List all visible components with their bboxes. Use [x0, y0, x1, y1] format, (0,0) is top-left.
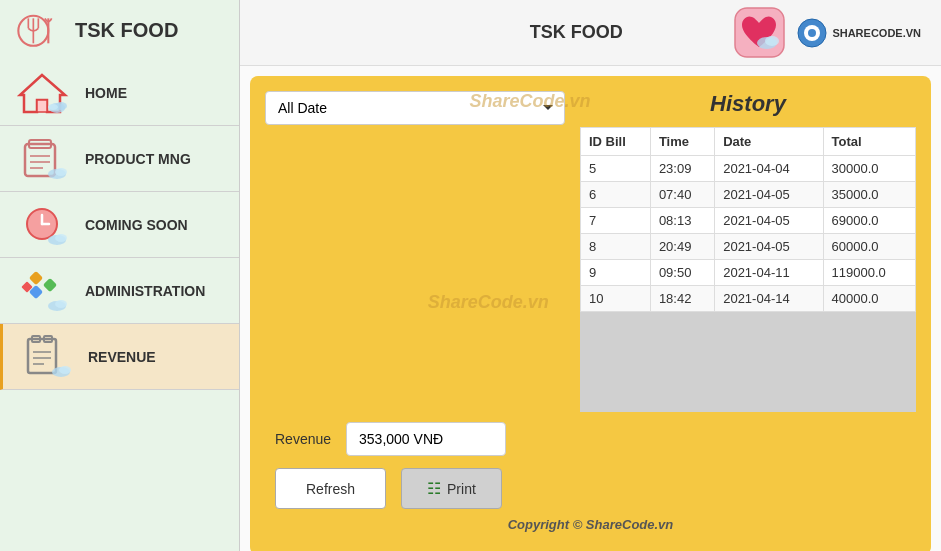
cell-date: 2021-04-05	[715, 234, 823, 260]
sidebar-item-home-label: HOME	[85, 85, 127, 101]
header: TSK FOOD SHARECODE.VN	[240, 0, 941, 66]
print-button[interactable]: ☷ Print	[401, 468, 502, 509]
history-table-area: History ID Bill Time Date Total 523:0920…	[580, 91, 916, 412]
svg-point-35	[59, 366, 71, 374]
header-title: TSK FOOD	[420, 22, 732, 43]
svg-point-38	[765, 36, 779, 46]
watermark2: ShareCode.vn	[428, 292, 549, 313]
table-row: 909:502021-04-11119000.0	[581, 260, 916, 286]
main-area: TSK FOOD SHARECODE.VN	[240, 0, 941, 551]
history-table: ID Bill Time Date Total 523:092021-04-04…	[580, 127, 916, 312]
content-left-panel: All Date Today This Week This Month Shar…	[265, 91, 565, 412]
cell-total: 119000.0	[823, 260, 915, 286]
cell-date: 2021-04-05	[715, 208, 823, 234]
app-title: TSK FOOD	[75, 19, 178, 42]
revenue-row: Revenue	[265, 422, 916, 456]
cell-id: 7	[581, 208, 651, 234]
print-label: Print	[447, 481, 476, 497]
cell-time: 23:09	[650, 156, 714, 182]
date-filter-dropdown[interactable]: All Date Today This Week This Month	[265, 91, 565, 125]
svg-rect-28	[28, 339, 56, 373]
cell-id: 8	[581, 234, 651, 260]
svg-point-21	[55, 234, 67, 242]
sidebar-item-coming-soon-label: COMING SOON	[85, 217, 188, 233]
history-label: History	[580, 91, 916, 117]
col-date: Date	[715, 128, 823, 156]
cell-time: 18:42	[650, 286, 714, 312]
table-row: 523:092021-04-0430000.0	[581, 156, 916, 182]
table-row: 820:492021-04-0560000.0	[581, 234, 916, 260]
sidebar: TSK FOOD HOME	[0, 0, 240, 551]
svg-point-9	[48, 104, 58, 110]
cell-id: 5	[581, 156, 651, 182]
sidebar-item-revenue-label: REVENUE	[88, 349, 156, 365]
cell-time: 07:40	[650, 182, 714, 208]
sidebar-item-revenue[interactable]: REVENUE	[0, 324, 239, 390]
svg-point-16	[55, 168, 67, 176]
revenue-input[interactable]	[346, 422, 506, 456]
footer: Copyright © ShareCode.vn	[265, 509, 916, 540]
sidebar-item-coming-soon[interactable]: COMING SOON	[0, 192, 239, 258]
cell-id: 9	[581, 260, 651, 286]
cell-id: 10	[581, 286, 651, 312]
cell-date: 2021-04-05	[715, 182, 823, 208]
cell-id: 6	[581, 182, 651, 208]
sidebar-item-product-mng[interactable]: PRODUCT MNG	[0, 126, 239, 192]
sidebar-item-product-mng-label: PRODUCT MNG	[85, 151, 191, 167]
food-logo-icon	[15, 10, 65, 50]
col-id-bill: ID Bill	[581, 128, 651, 156]
content-top: All Date Today This Week This Month Shar…	[265, 91, 916, 412]
sidebar-item-administration-label: ADMINISTRATION	[85, 283, 205, 299]
svg-rect-6	[37, 100, 47, 112]
cell-total: 60000.0	[823, 234, 915, 260]
cell-time: 08:13	[650, 208, 714, 234]
sharecode-logo: SHARECODE.VN	[797, 18, 921, 48]
administration-icon	[15, 268, 70, 313]
sidebar-header: TSK FOOD	[0, 0, 239, 60]
cell-total: 40000.0	[823, 286, 915, 312]
sidebar-item-home[interactable]: HOME	[0, 60, 239, 126]
cell-date: 2021-04-04	[715, 156, 823, 182]
svg-rect-22	[29, 271, 43, 285]
sharecode-label: SHARECODE.VN	[832, 27, 921, 39]
svg-rect-24	[43, 278, 57, 292]
cell-date: 2021-04-11	[715, 260, 823, 286]
heart-icon	[732, 5, 787, 60]
cell-time: 20:49	[650, 234, 714, 260]
content-area: ShareCode.vn All Date Today This Week Th…	[250, 76, 931, 551]
cell-total: 69000.0	[823, 208, 915, 234]
col-time: Time	[650, 128, 714, 156]
svg-point-41	[808, 29, 816, 37]
col-total: Total	[823, 128, 915, 156]
table-row: 708:132021-04-0569000.0	[581, 208, 916, 234]
buttons-row: Refresh ☷ Print	[265, 468, 916, 509]
copyright-text: Copyright © ShareCode.vn	[508, 517, 674, 532]
excel-icon: ☷	[427, 479, 441, 498]
table-row: 1018:422021-04-1440000.0	[581, 286, 916, 312]
cell-date: 2021-04-14	[715, 286, 823, 312]
revenue-icon	[18, 334, 73, 379]
sidebar-item-administration[interactable]: ADMINISTRATION	[0, 258, 239, 324]
svg-point-27	[55, 300, 67, 308]
table-row: 607:402021-04-0535000.0	[581, 182, 916, 208]
refresh-button[interactable]: Refresh	[275, 468, 386, 509]
coming-soon-icon	[15, 202, 70, 247]
cell-total: 35000.0	[823, 182, 915, 208]
revenue-label: Revenue	[275, 431, 331, 447]
cell-total: 30000.0	[823, 156, 915, 182]
home-icon	[15, 70, 70, 115]
cell-time: 09:50	[650, 260, 714, 286]
product-mng-icon	[15, 136, 70, 181]
table-empty-area	[580, 312, 916, 412]
